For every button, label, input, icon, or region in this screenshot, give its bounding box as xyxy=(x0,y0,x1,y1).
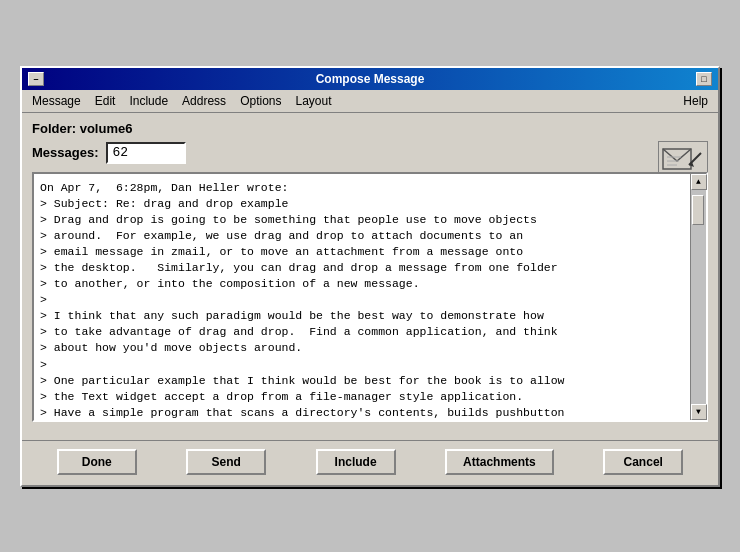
title-bar-left-buttons: – xyxy=(28,72,44,86)
scroll-down-button[interactable]: ▼ xyxy=(691,404,707,420)
maximize-button[interactable]: □ xyxy=(696,72,712,86)
scroll-track[interactable] xyxy=(691,190,706,404)
folder-label: Folder: xyxy=(32,121,76,136)
minimize-button[interactable]: – xyxy=(28,72,44,86)
compose-window: – Compose Message □ Message Edit Include… xyxy=(20,66,720,487)
message-body-wrapper: On Apr 7, 6:28pm, Dan Heller wrote: > Su… xyxy=(32,172,708,422)
window-title: Compose Message xyxy=(44,72,696,86)
menu-address[interactable]: Address xyxy=(176,92,232,110)
menu-help[interactable]: Help xyxy=(677,92,714,110)
menu-layout[interactable]: Layout xyxy=(289,92,337,110)
folder-line: Folder: volume6 xyxy=(32,121,708,136)
scroll-up-button[interactable]: ▲ xyxy=(691,174,707,190)
menu-options[interactable]: Options xyxy=(234,92,287,110)
title-bar: – Compose Message □ xyxy=(22,68,718,90)
scrollbar[interactable]: ▲ ▼ xyxy=(690,174,706,420)
message-body[interactable]: On Apr 7, 6:28pm, Dan Heller wrote: > Su… xyxy=(34,174,688,420)
menu-include[interactable]: Include xyxy=(123,92,174,110)
button-bar: Done Send Include Attachments Cancel xyxy=(22,440,718,485)
include-button[interactable]: Include xyxy=(316,449,396,475)
title-bar-right-buttons: □ xyxy=(696,72,712,86)
content-area: Folder: volume6 Mess xyxy=(22,113,718,440)
attachments-button[interactable]: Attachments xyxy=(445,449,554,475)
menu-bar-left: Message Edit Include Address Options Lay… xyxy=(26,92,338,110)
scroll-thumb[interactable] xyxy=(692,195,704,225)
folder-value: volume6 xyxy=(80,121,133,136)
menu-edit[interactable]: Edit xyxy=(89,92,122,110)
menu-bar: Message Edit Include Address Options Lay… xyxy=(22,90,718,113)
menu-message[interactable]: Message xyxy=(26,92,87,110)
done-button[interactable]: Done xyxy=(57,449,137,475)
cancel-button[interactable]: Cancel xyxy=(603,449,683,475)
messages-label: Messages: xyxy=(32,145,98,160)
messages-line: Messages: xyxy=(32,142,708,164)
send-button[interactable]: Send xyxy=(186,449,266,475)
messages-input[interactable] xyxy=(106,142,186,164)
